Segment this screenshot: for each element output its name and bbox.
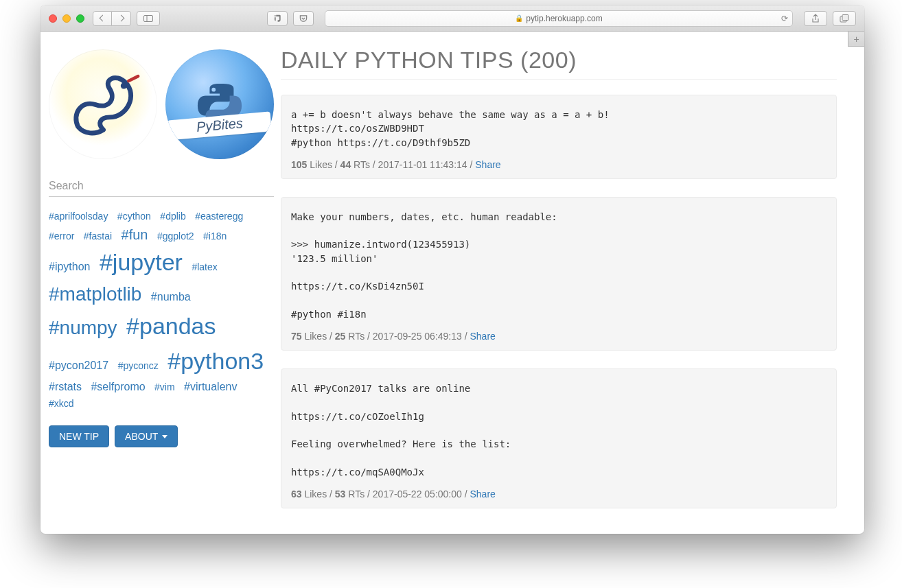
tag-link[interactable]: #pyconcz xyxy=(118,359,159,373)
new-tip-button[interactable]: NEW TIP xyxy=(49,425,109,447)
chevron-left-icon xyxy=(99,15,106,22)
evernote-extension-button[interactable] xyxy=(267,11,288,26)
zoom-window-button[interactable] xyxy=(76,14,84,23)
likes-count: 63 xyxy=(291,489,302,499)
window-controls xyxy=(49,14,84,23)
tag-link[interactable]: #xkcd xyxy=(49,397,74,411)
tag-link[interactable]: #numba xyxy=(151,289,191,305)
pybites-banner-label: PyBites xyxy=(167,112,272,141)
tip-text: All #PyCon2017 talks are online https://… xyxy=(291,381,826,479)
sidebar-toggle-button[interactable] xyxy=(137,11,160,26)
tip-meta: 75 Likes / 25 RTs / 2017-09-25 06:49:13 … xyxy=(291,331,826,342)
nav-back-forward xyxy=(93,11,131,26)
tag-link[interactable]: #jupyter xyxy=(100,245,183,280)
chevron-right-icon xyxy=(118,15,125,22)
new-tip-label: NEW TIP xyxy=(59,431,99,442)
svg-rect-0 xyxy=(144,15,153,21)
share-button[interactable] xyxy=(804,11,827,26)
tag-link[interactable]: #i18n xyxy=(203,229,227,244)
tag-link[interactable]: #rstats xyxy=(49,379,82,395)
tip-meta: 105 Likes / 44 RTs / 2017-11-01 11:43:14… xyxy=(291,159,826,170)
back-button[interactable] xyxy=(93,11,112,26)
browser-window: 🔒 pytip.herokuapp.com ⟳ + xyxy=(41,5,864,534)
tag-link[interactable]: #aprilfoolsday xyxy=(49,209,108,224)
share-icon xyxy=(811,14,820,23)
about-label: ABOUT xyxy=(125,431,158,442)
tips-list: a += b doesn't always behave the same wa… xyxy=(281,95,837,508)
page-title: DAILY PYTHON TIPS (200) xyxy=(281,47,837,73)
snake-icon xyxy=(64,65,143,144)
elephant-icon xyxy=(273,14,282,23)
tag-link[interactable]: #fun xyxy=(122,224,148,245)
tip-date: 2017-09-25 06:49:13 xyxy=(373,331,462,342)
python-tips-logo[interactable] xyxy=(49,49,157,159)
tag-link[interactable]: #pandas xyxy=(126,309,216,344)
tip-card: Make your numbers, dates, etc. human rea… xyxy=(281,197,837,351)
tag-link[interactable]: #cython xyxy=(117,209,151,224)
tag-link[interactable]: #vim xyxy=(154,380,175,395)
divider xyxy=(281,79,837,80)
new-tab-button[interactable]: + xyxy=(848,32,864,47)
page-content: PyBites #aprilfoolsday #cython #dplib #e… xyxy=(41,32,864,534)
url-host: pytip.herokuapp.com xyxy=(526,14,602,23)
tip-date: 2017-11-01 11:43:14 xyxy=(378,159,467,170)
address-bar[interactable]: 🔒 pytip.herokuapp.com ⟳ xyxy=(325,10,793,27)
share-link[interactable]: Share xyxy=(470,489,496,499)
tag-link[interactable]: #matplotlib xyxy=(49,280,141,309)
search-input[interactable] xyxy=(49,176,274,197)
rts-count: 25 xyxy=(335,331,346,342)
tag-link[interactable]: #fastai xyxy=(84,229,112,244)
sidebar: PyBites #aprilfoolsday #cython #dplib #e… xyxy=(41,45,281,534)
tag-link[interactable]: #pycon2017 xyxy=(49,357,108,374)
pybites-logo[interactable]: PyBites xyxy=(165,49,274,159)
reload-button[interactable]: ⟳ xyxy=(781,14,788,23)
main-content: DAILY PYTHON TIPS (200) a += b doesn't a… xyxy=(281,45,864,534)
tip-text: Make your numbers, dates, etc. human rea… xyxy=(291,210,826,321)
forward-button[interactable] xyxy=(112,11,131,26)
svg-point-4 xyxy=(120,82,126,89)
tabs-icon xyxy=(840,14,849,23)
close-window-button[interactable] xyxy=(49,14,57,23)
tip-card: a += b doesn't always behave the same wa… xyxy=(281,95,837,179)
share-link[interactable]: Share xyxy=(475,159,500,170)
rts-count: 53 xyxy=(335,489,346,499)
tip-card: All #PyCon2017 talks are online https://… xyxy=(281,368,837,508)
tip-date: 2017-05-22 05:00:00 xyxy=(373,489,462,499)
tag-link[interactable]: #virtualenv xyxy=(184,379,237,395)
logos: PyBites xyxy=(49,49,274,159)
share-link[interactable]: Share xyxy=(470,331,496,342)
titlebar: 🔒 pytip.herokuapp.com ⟳ xyxy=(41,5,864,32)
tag-link[interactable]: #python3 xyxy=(167,344,264,379)
svg-rect-3 xyxy=(842,14,848,20)
tag-link[interactable]: #latex xyxy=(192,260,217,274)
rts-count: 44 xyxy=(340,159,351,170)
minimize-window-button[interactable] xyxy=(62,14,71,23)
tag-link[interactable]: #selfpromo xyxy=(91,379,145,395)
titlebar-right xyxy=(804,11,856,26)
tag-link[interactable]: #ggplot2 xyxy=(157,229,194,244)
show-tabs-button[interactable] xyxy=(833,11,856,26)
likes-count: 105 xyxy=(291,159,307,170)
tag-link[interactable]: #numpy xyxy=(49,314,117,342)
pocket-icon xyxy=(299,14,308,23)
tag-link[interactable]: #ipython xyxy=(49,259,91,275)
tag-link[interactable]: #dplib xyxy=(160,209,185,224)
pocket-extension-button[interactable] xyxy=(293,11,314,26)
tag-link[interactable]: #easteregg xyxy=(195,209,243,224)
tip-text: a += b doesn't always behave the same wa… xyxy=(291,108,826,150)
sidebar-buttons: NEW TIP ABOUT xyxy=(49,425,274,447)
caret-down-icon xyxy=(162,435,167,438)
tag-link[interactable]: #error xyxy=(49,229,74,244)
likes-count: 75 xyxy=(291,331,302,342)
sidebar-icon xyxy=(143,15,153,22)
lock-icon: 🔒 xyxy=(515,14,523,22)
about-button[interactable]: ABOUT xyxy=(115,425,178,447)
tip-meta: 63 Likes / 53 RTs / 2017-05-22 05:00:00 … xyxy=(291,489,826,499)
tag-cloud: #aprilfoolsday #cython #dplib #easteregg… xyxy=(49,208,274,412)
